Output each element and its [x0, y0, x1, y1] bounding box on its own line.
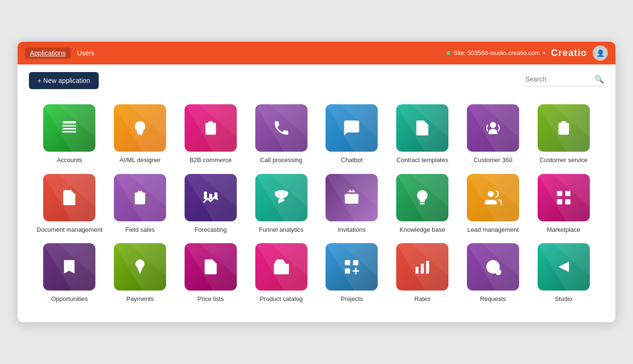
app-item-projects[interactable]: Projects	[319, 243, 385, 303]
app-label-funnel: Funnel analytics	[259, 226, 304, 234]
app-icon-docmgmt	[43, 174, 95, 221]
app-label-invitations: Invitations	[338, 226, 366, 234]
app-icon-projects	[326, 243, 378, 291]
app-label-chatbot: Chatbot	[341, 156, 363, 164]
nav-users[interactable]: Users	[73, 47, 100, 59]
search-input[interactable]	[525, 75, 592, 83]
topbar-nav: Applications Users	[25, 47, 99, 59]
svg-rect-18	[557, 199, 562, 204]
app-icon-funnel	[255, 174, 307, 221]
main-window: Applications Users Site: 503568-studio.c…	[18, 42, 615, 323]
app-label-requests: Requests	[480, 295, 506, 303]
site-status-dot	[447, 51, 450, 55]
app-label-opportunities: Opportunities	[51, 295, 88, 303]
app-item-studio[interactable]: Studio	[531, 243, 596, 303]
app-item-knowledgebase[interactable]: Knowledge base	[390, 174, 456, 234]
app-item-rates[interactable]: Rates	[390, 243, 456, 303]
app-label-knowledgebase: Knowledge base	[400, 226, 445, 234]
app-item-productcatalog[interactable]: Product catalog	[248, 243, 314, 303]
app-label-aiml: AI/ML designer	[120, 156, 161, 164]
new-app-label: + New application	[37, 77, 90, 84]
svg-rect-11	[209, 194, 212, 199]
app-icon-productcatalog	[255, 243, 307, 291]
app-label-accounts: Accounts	[57, 156, 82, 164]
app-label-payments: Payments	[126, 295, 154, 303]
svg-rect-0	[63, 121, 76, 123]
app-item-leadmgmt[interactable]: Lead management	[460, 174, 526, 234]
app-item-customer360[interactable]: Customer 360	[460, 104, 526, 164]
app-label-custservice: Customer service	[540, 156, 587, 164]
nav-applications[interactable]: Applications	[25, 47, 71, 59]
svg-point-5	[141, 125, 144, 127]
app-item-marketplace[interactable]: Marketplace	[531, 174, 596, 234]
app-item-custservice[interactable]: Customer service	[531, 104, 596, 164]
app-icon-pricelists	[185, 243, 237, 291]
svg-rect-2	[63, 128, 76, 129]
svg-rect-22	[354, 260, 359, 265]
app-item-opportunities[interactable]: Opportunities	[37, 243, 102, 303]
app-label-pricelists: Price lists	[197, 295, 224, 303]
svg-point-20	[139, 263, 141, 265]
app-item-contract[interactable]: Contract templates	[390, 104, 456, 164]
app-item-accounts[interactable]: Accounts	[37, 104, 102, 164]
app-icon-opportunities	[43, 243, 95, 291]
chevron-down-icon: ▾	[543, 50, 545, 55]
app-item-forecasting[interactable]: Forecasting	[178, 174, 244, 234]
svg-point-4	[137, 125, 139, 127]
svg-rect-15	[557, 191, 562, 196]
app-label-studio: Studio	[555, 295, 572, 303]
app-item-callproc[interactable]: Call processing	[248, 104, 314, 164]
app-label-leadmgmt: Lead management	[467, 226, 519, 234]
app-icon-accounts	[43, 104, 95, 152]
app-item-b2b[interactable]: B2B commerce	[178, 104, 244, 164]
app-item-payments[interactable]: Payments	[107, 243, 173, 303]
creatio-logo: Creatio	[551, 47, 587, 58]
svg-marker-29	[559, 262, 569, 272]
svg-rect-21	[345, 260, 350, 265]
app-item-aiml[interactable]: AI/ML designer	[107, 104, 173, 164]
app-icon-fieldsales	[114, 174, 166, 221]
app-icon-rates	[396, 243, 448, 291]
topbar-right: Site: 503568-studio.creatio.com ▾ Creati…	[447, 46, 608, 61]
app-item-requests[interactable]: Requests	[460, 243, 526, 303]
app-item-invitations[interactable]: Invitations	[319, 174, 385, 234]
app-item-pricelists[interactable]: Price lists	[178, 243, 244, 303]
new-application-button[interactable]: + New application	[29, 72, 99, 89]
app-item-docmgmt[interactable]: Document management	[37, 174, 102, 234]
app-icon-custservice	[538, 104, 590, 152]
app-label-fieldsales: Field sales	[125, 226, 155, 234]
svg-rect-24	[416, 267, 419, 273]
site-label: Site: 503568-studio.creatio.com	[453, 49, 540, 56]
app-icon-requests	[467, 243, 519, 291]
app-icon-customer360	[467, 104, 519, 152]
app-label-projects: Projects	[341, 295, 363, 303]
avatar[interactable]: 👤	[593, 46, 608, 61]
app-label-callproc: Call processing	[260, 156, 302, 164]
search-icon: 🔍	[595, 75, 604, 84]
app-label-productcatalog: Product catalog	[260, 295, 302, 303]
app-icon-studio	[538, 243, 590, 291]
svg-rect-8	[561, 121, 566, 124]
app-icon-chatbot	[326, 104, 378, 152]
app-icon-contract	[396, 104, 448, 152]
app-label-rates: Rates	[414, 295, 430, 303]
svg-rect-10	[204, 191, 207, 199]
app-icon-callproc	[255, 104, 307, 152]
app-item-fieldsales[interactable]: Field sales	[107, 174, 173, 234]
app-icon-leadmgmt	[467, 174, 519, 221]
svg-rect-25	[421, 264, 424, 274]
svg-point-7	[490, 122, 496, 128]
search-area: 🔍	[525, 75, 604, 86]
app-icon-b2b	[185, 104, 237, 152]
app-icon-aiml	[114, 104, 166, 152]
app-item-chatbot[interactable]: Chatbot	[319, 104, 385, 164]
app-label-forecasting: Forecasting	[195, 226, 227, 234]
app-item-funnel[interactable]: Funnel analytics	[248, 174, 314, 234]
svg-rect-12	[214, 192, 217, 199]
svg-point-14	[488, 191, 494, 197]
app-label-b2b: B2B commerce	[189, 156, 232, 164]
svg-rect-1	[63, 125, 76, 126]
app-icon-forecasting	[185, 174, 237, 221]
site-indicator[interactable]: Site: 503568-studio.creatio.com ▾	[447, 49, 545, 56]
svg-rect-6	[208, 121, 213, 124]
